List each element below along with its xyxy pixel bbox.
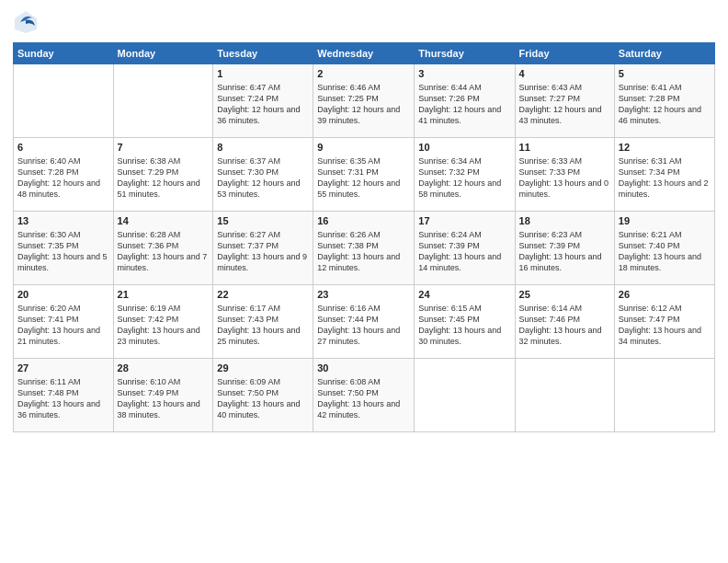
- weekday-thursday: Thursday: [415, 43, 515, 64]
- calendar-cell: [415, 359, 515, 432]
- calendar-cell: 20Sunrise: 6:20 AM Sunset: 7:41 PM Dayli…: [14, 285, 114, 359]
- calendar-cell: 30Sunrise: 6:08 AM Sunset: 7:50 PM Dayli…: [313, 359, 415, 432]
- day-number: 15: [217, 214, 309, 228]
- calendar-cell: 4Sunrise: 6:43 AM Sunset: 7:27 PM Daylig…: [515, 64, 614, 138]
- week-row-5: 27Sunrise: 6:11 AM Sunset: 7:48 PM Dayli…: [14, 359, 715, 432]
- day-number: 24: [418, 288, 510, 302]
- calendar-cell: 12Sunrise: 6:31 AM Sunset: 7:34 PM Dayli…: [614, 138, 714, 212]
- calendar-cell: 7Sunrise: 6:38 AM Sunset: 7:29 PM Daylig…: [113, 138, 213, 212]
- calendar-cell: 8Sunrise: 6:37 AM Sunset: 7:30 PM Daylig…: [213, 138, 313, 212]
- calendar-cell: 29Sunrise: 6:09 AM Sunset: 7:50 PM Dayli…: [213, 359, 313, 432]
- day-number: 13: [17, 214, 109, 228]
- calendar-cell: 9Sunrise: 6:35 AM Sunset: 7:31 PM Daylig…: [313, 138, 415, 212]
- day-info: Sunrise: 6:37 AM Sunset: 7:30 PM Dayligh…: [217, 155, 309, 201]
- day-number: 28: [118, 362, 210, 375]
- day-info: Sunrise: 6:11 AM Sunset: 7:48 PM Dayligh…: [17, 376, 109, 421]
- day-number: 18: [519, 214, 610, 228]
- calendar-cell: 28Sunrise: 6:10 AM Sunset: 7:49 PM Dayli…: [113, 359, 213, 432]
- day-number: 12: [619, 141, 711, 155]
- calendar-cell: 25Sunrise: 6:14 AM Sunset: 7:46 PM Dayli…: [515, 285, 614, 359]
- day-number: 21: [118, 288, 210, 302]
- day-number: 14: [118, 214, 210, 228]
- calendar-cell: 19Sunrise: 6:21 AM Sunset: 7:40 PM Dayli…: [614, 212, 714, 285]
- day-info: Sunrise: 6:12 AM Sunset: 7:47 PM Dayligh…: [619, 303, 711, 348]
- day-info: Sunrise: 6:24 AM Sunset: 7:39 PM Dayligh…: [418, 229, 510, 274]
- day-number: 19: [619, 214, 711, 228]
- calendar-cell: 18Sunrise: 6:23 AM Sunset: 7:39 PM Dayli…: [515, 212, 614, 285]
- day-info: Sunrise: 6:26 AM Sunset: 7:38 PM Dayligh…: [317, 229, 410, 274]
- weekday-wednesday: Wednesday: [313, 43, 415, 64]
- calendar-cell: 13Sunrise: 6:30 AM Sunset: 7:35 PM Dayli…: [14, 212, 114, 285]
- day-info: Sunrise: 6:31 AM Sunset: 7:34 PM Dayligh…: [619, 155, 711, 201]
- day-number: 17: [418, 214, 510, 228]
- day-number: 25: [519, 288, 610, 302]
- weekday-tuesday: Tuesday: [213, 43, 313, 64]
- calendar-cell: 6Sunrise: 6:40 AM Sunset: 7:28 PM Daylig…: [14, 138, 114, 212]
- calendar-cell: 24Sunrise: 6:15 AM Sunset: 7:45 PM Dayli…: [415, 285, 515, 359]
- day-number: 11: [519, 141, 610, 155]
- day-info: Sunrise: 6:20 AM Sunset: 7:41 PM Dayligh…: [17, 303, 109, 348]
- calendar-cell: 15Sunrise: 6:27 AM Sunset: 7:37 PM Dayli…: [213, 212, 313, 285]
- page: SundayMondayTuesdayWednesdayThursdayFrid…: [0, 0, 728, 563]
- week-row-1: 1Sunrise: 6:47 AM Sunset: 7:24 PM Daylig…: [14, 64, 715, 138]
- calendar-cell: 1Sunrise: 6:47 AM Sunset: 7:24 PM Daylig…: [213, 64, 313, 138]
- weekday-header-row: SundayMondayTuesdayWednesdayThursdayFrid…: [14, 43, 715, 64]
- day-number: 5: [619, 67, 711, 81]
- day-info: Sunrise: 6:33 AM Sunset: 7:33 PM Dayligh…: [519, 155, 610, 201]
- day-number: 2: [317, 67, 410, 81]
- day-info: Sunrise: 6:08 AM Sunset: 7:50 PM Dayligh…: [317, 376, 410, 421]
- day-info: Sunrise: 6:41 AM Sunset: 7:28 PM Dayligh…: [619, 82, 711, 127]
- day-info: Sunrise: 6:09 AM Sunset: 7:50 PM Dayligh…: [217, 376, 309, 421]
- day-info: Sunrise: 6:38 AM Sunset: 7:29 PM Dayligh…: [118, 155, 210, 201]
- day-number: 3: [418, 67, 510, 81]
- day-number: 22: [217, 288, 309, 302]
- calendar-cell: 5Sunrise: 6:41 AM Sunset: 7:28 PM Daylig…: [614, 64, 714, 138]
- day-number: 23: [317, 288, 410, 302]
- calendar-table: SundayMondayTuesdayWednesdayThursdayFrid…: [13, 42, 715, 432]
- day-info: Sunrise: 6:15 AM Sunset: 7:45 PM Dayligh…: [418, 303, 510, 348]
- week-row-3: 13Sunrise: 6:30 AM Sunset: 7:35 PM Dayli…: [14, 212, 715, 285]
- day-info: Sunrise: 6:21 AM Sunset: 7:40 PM Dayligh…: [619, 229, 711, 274]
- day-info: Sunrise: 6:23 AM Sunset: 7:39 PM Dayligh…: [519, 229, 610, 274]
- calendar-cell: 16Sunrise: 6:26 AM Sunset: 7:38 PM Dayli…: [313, 212, 415, 285]
- day-number: 6: [17, 141, 109, 155]
- day-number: 1: [217, 67, 309, 81]
- day-info: Sunrise: 6:47 AM Sunset: 7:24 PM Dayligh…: [217, 82, 309, 127]
- day-info: Sunrise: 6:35 AM Sunset: 7:31 PM Dayligh…: [317, 155, 410, 201]
- day-info: Sunrise: 6:28 AM Sunset: 7:36 PM Dayligh…: [118, 229, 210, 274]
- calendar-cell: 21Sunrise: 6:19 AM Sunset: 7:42 PM Dayli…: [113, 285, 213, 359]
- weekday-sunday: Sunday: [14, 43, 114, 64]
- calendar-cell: 3Sunrise: 6:44 AM Sunset: 7:26 PM Daylig…: [415, 64, 515, 138]
- calendar-cell: 10Sunrise: 6:34 AM Sunset: 7:32 PM Dayli…: [415, 138, 515, 212]
- calendar-cell: [14, 64, 114, 138]
- calendar-cell: 27Sunrise: 6:11 AM Sunset: 7:48 PM Dayli…: [14, 359, 114, 432]
- day-number: 16: [317, 214, 410, 228]
- day-info: Sunrise: 6:44 AM Sunset: 7:26 PM Dayligh…: [418, 82, 510, 127]
- day-number: 26: [619, 288, 711, 302]
- logo: [13, 9, 42, 35]
- calendar-cell: [515, 359, 614, 432]
- calendar-cell: 22Sunrise: 6:17 AM Sunset: 7:43 PM Dayli…: [213, 285, 313, 359]
- day-number: 20: [17, 288, 109, 302]
- calendar-cell: 26Sunrise: 6:12 AM Sunset: 7:47 PM Dayli…: [614, 285, 714, 359]
- calendar-cell: [113, 64, 213, 138]
- header: [13, 9, 715, 35]
- week-row-2: 6Sunrise: 6:40 AM Sunset: 7:28 PM Daylig…: [14, 138, 715, 212]
- day-number: 7: [118, 141, 210, 155]
- day-info: Sunrise: 6:17 AM Sunset: 7:43 PM Dayligh…: [217, 303, 309, 348]
- weekday-friday: Friday: [515, 43, 614, 64]
- calendar-cell: 2Sunrise: 6:46 AM Sunset: 7:25 PM Daylig…: [313, 64, 415, 138]
- day-info: Sunrise: 6:43 AM Sunset: 7:27 PM Dayligh…: [519, 82, 610, 127]
- weekday-saturday: Saturday: [614, 43, 714, 64]
- calendar-cell: [614, 359, 714, 432]
- week-row-4: 20Sunrise: 6:20 AM Sunset: 7:41 PM Dayli…: [14, 285, 715, 359]
- logo-icon: [13, 9, 39, 35]
- calendar-cell: 14Sunrise: 6:28 AM Sunset: 7:36 PM Dayli…: [113, 212, 213, 285]
- day-number: 9: [317, 141, 410, 155]
- calendar-cell: 11Sunrise: 6:33 AM Sunset: 7:33 PM Dayli…: [515, 138, 614, 212]
- day-info: Sunrise: 6:27 AM Sunset: 7:37 PM Dayligh…: [217, 229, 309, 274]
- day-number: 10: [418, 141, 510, 155]
- day-info: Sunrise: 6:34 AM Sunset: 7:32 PM Dayligh…: [418, 155, 510, 201]
- day-number: 8: [217, 141, 309, 155]
- day-info: Sunrise: 6:16 AM Sunset: 7:44 PM Dayligh…: [317, 303, 410, 348]
